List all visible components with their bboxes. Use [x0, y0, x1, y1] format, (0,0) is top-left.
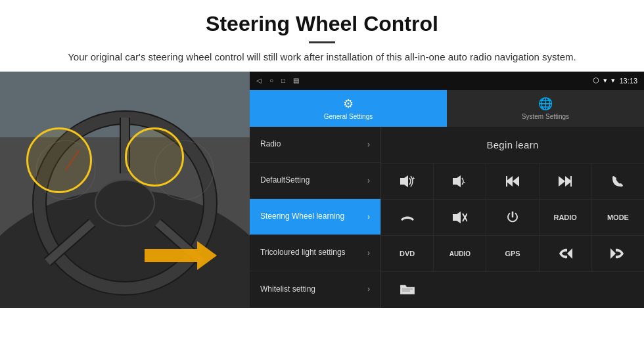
prev-track-icon: [506, 176, 519, 187]
page-wrapper: Steering Wheel Control Your original car…: [0, 0, 644, 308]
gps-label: GPS: [505, 250, 520, 257]
menu-whitelist-chevron: ›: [367, 284, 370, 294]
nav-recent-icon[interactable]: □: [281, 77, 285, 84]
menu-list: Radio › DefaultSetting › Steering Wheel …: [250, 127, 381, 308]
radio-button[interactable]: RADIO: [540, 200, 592, 235]
phone-button[interactable]: [592, 164, 644, 199]
general-settings-icon: ⚙: [343, 97, 354, 111]
header-subtitle: Your original car's steering wheel contr…: [39, 50, 605, 65]
menu-item-steering[interactable]: Steering Wheel learning ›: [250, 199, 380, 235]
menu-default-chevron: ›: [367, 176, 370, 185]
svg-text:-: -: [463, 179, 465, 185]
folder-icon: [400, 284, 415, 296]
svg-point-11: [95, 180, 154, 226]
svg-text:+: +: [412, 175, 415, 181]
dvd-label: DVD: [400, 250, 415, 257]
empty-cell-1: [434, 272, 644, 307]
menu-steering-label: Steering Wheel learning: [260, 212, 344, 222]
vol-up-icon: +: [400, 175, 415, 187]
gps-icon: ⬡: [593, 76, 599, 85]
nav-more-icon[interactable]: ▤: [293, 77, 299, 84]
tab-bar: ⚙ General Settings 🌐 System Settings: [250, 90, 644, 127]
menu-default-label: DefaultSetting: [260, 175, 310, 186]
tel-prev-icon: [558, 248, 572, 259]
tel-next-icon: [610, 248, 625, 259]
audio-button[interactable]: AUDIO: [434, 236, 486, 271]
hangup-button[interactable]: [381, 200, 434, 235]
power-icon: [507, 212, 518, 223]
prev-track-button[interactable]: [486, 164, 539, 199]
tab-system[interactable]: 🌐 System Settings: [447, 90, 644, 127]
time-display: 13:13: [619, 77, 637, 85]
svg-rect-25: [570, 176, 572, 187]
phone-icon: [612, 175, 624, 187]
mode-label: MODE: [607, 213, 629, 221]
nav-home-icon[interactable]: ○: [269, 77, 273, 84]
next-track-icon: [559, 176, 572, 187]
gps-button[interactable]: GPS: [486, 236, 539, 271]
svg-rect-22: [506, 176, 507, 187]
svg-marker-16: [400, 175, 408, 187]
system-settings-icon: 🌐: [538, 97, 553, 111]
controls-row-4: [381, 272, 644, 307]
vol-up-button[interactable]: +: [381, 164, 434, 199]
status-indicators: ⬡ ▾ ▾ 13:13: [593, 76, 637, 85]
steering-wheel-area: [0, 72, 250, 308]
controls-row-3: DVD AUDIO GPS: [381, 236, 644, 272]
panel-body: Radio › DefaultSetting › Steering Wheel …: [250, 127, 644, 308]
tel-prev-button[interactable]: [540, 236, 592, 271]
menu-item-tricoloured[interactable]: Tricoloured light settings ›: [250, 235, 380, 271]
vol-down-icon: -: [453, 175, 467, 187]
begin-learn-button[interactable]: Begin learn: [486, 139, 538, 150]
tab-general[interactable]: ⚙ General Settings: [250, 90, 447, 127]
folder-button[interactable]: [381, 272, 434, 307]
radio-label: RADIO: [553, 213, 576, 221]
main-content: ◁ ○ □ ▤ ⬡ ▾ ▾ 13:13 ⚙ General Settings: [0, 72, 644, 308]
svg-marker-21: [513, 176, 519, 187]
header-divider: [309, 41, 335, 43]
svg-marker-30: [610, 248, 616, 259]
vol-down-button[interactable]: -: [434, 164, 486, 199]
steering-wheel-svg: [0, 72, 250, 308]
menu-item-default[interactable]: DefaultSetting ›: [250, 163, 380, 199]
highlight-circle-right: [125, 127, 184, 187]
svg-marker-26: [453, 212, 461, 223]
menu-radio-label: Radio: [260, 139, 281, 150]
svg-marker-18: [453, 175, 461, 187]
tab-general-label: General Settings: [324, 113, 373, 120]
menu-item-radio[interactable]: Radio ›: [250, 127, 380, 163]
menu-tricoloured-label: Tricoloured light settings: [260, 248, 346, 258]
tel-next-button[interactable]: [592, 236, 644, 271]
controls-grid: + -: [381, 164, 644, 308]
android-panel: ◁ ○ □ ▤ ⬡ ▾ ▾ 13:13 ⚙ General Settings: [250, 72, 644, 308]
header-section: Steering Wheel Control Your original car…: [0, 0, 644, 72]
dvd-button[interactable]: DVD: [381, 236, 434, 271]
controls-row-1: + -: [381, 164, 644, 200]
wifi-icon: ▾: [603, 76, 607, 85]
page-title: Steering Wheel Control: [39, 12, 605, 36]
next-track-button[interactable]: [540, 164, 592, 199]
hangup-icon: [401, 213, 414, 222]
signal-icon: ▾: [611, 76, 615, 85]
controls-row-2: RADIO MODE: [381, 200, 644, 236]
power-button[interactable]: [486, 200, 539, 235]
menu-whitelist-label: Whitelist setting: [260, 284, 315, 295]
steering-wheel-bg: [0, 72, 250, 308]
highlight-circle-left: [26, 127, 92, 193]
status-bar: ◁ ○ □ ▤ ⬡ ▾ ▾ 13:13: [250, 72, 644, 90]
mute-button[interactable]: [434, 200, 486, 235]
menu-steering-chevron: ›: [367, 212, 370, 221]
begin-learn-row: Begin learn: [381, 127, 644, 164]
nav-back-icon[interactable]: ◁: [256, 77, 262, 84]
menu-radio-chevron: ›: [367, 140, 370, 149]
svg-marker-29: [567, 248, 572, 259]
nav-icons: ◁ ○ □ ▤: [256, 77, 299, 84]
tab-system-label: System Settings: [522, 113, 569, 120]
menu-tricoloured-chevron: ›: [367, 248, 370, 257]
audio-label: AUDIO: [449, 250, 471, 257]
controls-area: Begin learn +: [381, 127, 644, 308]
svg-marker-23: [559, 176, 565, 187]
menu-item-whitelist[interactable]: Whitelist setting ›: [250, 271, 380, 307]
mode-button[interactable]: MODE: [592, 200, 644, 235]
mute-icon: [453, 212, 467, 223]
